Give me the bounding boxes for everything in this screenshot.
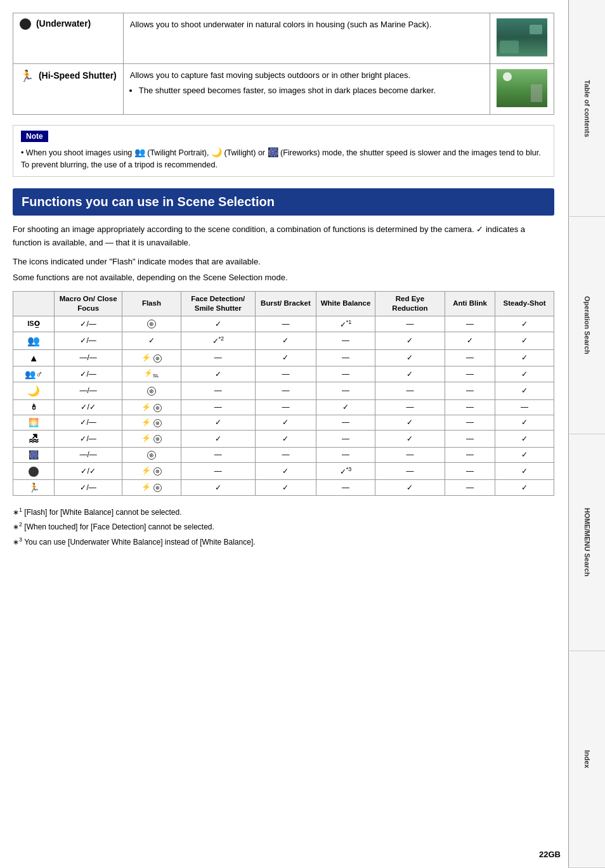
row-steady: ✓ [495,382,554,399]
row-wb: ✓ [316,399,375,415]
th-wb: White Balance [316,291,375,316]
row-macro: ✓/— [55,479,122,495]
row-icon-beach: 🏖 [13,430,55,447]
row-steady: — [495,399,554,415]
row-wb: — [316,349,375,366]
row-wb: — [316,479,375,495]
table-row: 🌅 ✓/— ⚡ ⊛ ✓ ✓ — ✓ — ✓ [13,415,554,430]
underwater-small-icon [29,467,39,477]
row-burst: — [255,366,316,382]
flash-circle2: ⊛ [147,387,156,396]
row-redeye: ✓ [375,415,445,430]
table-row: (Underwater) Allows you to shoot underwa… [13,13,554,64]
functions-table: Macro On/ Close Focus Flash Face Detecti… [13,291,554,496]
row-burst: ✓ [255,332,316,349]
th-flash: Flash [122,291,181,316]
th-anti: Anti Blink [445,291,495,316]
row-wb: — [316,382,375,399]
table-header-row: Macro On/ Close Focus Flash Face Detecti… [13,291,554,316]
row-face: — [181,349,255,366]
flash-circle6: ⊛ [147,451,156,460]
row-flash: ⚡ ⊛ [122,462,181,479]
intro-para-1: For shooting an image appropriately acco… [13,223,554,250]
row-anti: — [445,447,495,462]
flash-circle4: ⊛ [153,419,162,427]
hispeed-bullets: The shutter speed becomes faster, so ima… [130,84,483,97]
row-steady: ✓ [495,447,554,462]
row-icon-underwater [13,462,55,479]
row-flash: ⚡ ⊛ [122,415,181,430]
tab-index[interactable]: Index [568,651,605,868]
footnote-3: ∗3 You can use [Underwater White Balance… [13,534,554,550]
note-label: Note [21,131,48,142]
row-flash: ⚡SL [122,366,181,382]
table-row: 🏃 ✓/— ⚡ ⊛ ✓ ✓ — ✓ — ✓ [13,479,554,495]
table-row: 👥♂ ✓/— ⚡SL ✓ — — ✓ — ✓ [13,366,554,382]
row-icon-portrait2: 👥♂ [13,366,55,382]
row-anti: — [445,382,495,399]
row-flash: ✓ [122,332,181,349]
row-face: ✓ [181,316,255,332]
flash-circle8: ⊛ [153,484,162,492]
row-face: — [181,462,255,479]
row-macro: ✓/— [55,366,122,382]
row-face: ✓ [181,415,255,430]
row-burst: ✓ [255,462,316,479]
row-anti: — [445,479,495,495]
row-icon-sunrise: 🌅 [13,415,55,430]
row-macro: ✓/— [55,415,122,430]
row-redeye: — [375,462,445,479]
row-steady: ✓ [495,415,554,430]
row-macro: ✓/— [55,332,122,349]
hispeed-desc: Allows you to capture fast moving subjec… [123,64,490,115]
footnotes: ∗1 [Flash] for [White Balance] cannot be… [13,505,554,550]
hispeed-image [490,64,554,115]
underwater-icon-cell: (Underwater) [13,13,124,64]
bullet-item: The shutter speed becomes faster, so ima… [139,84,483,97]
hispeed-icon-cell: 🏃 (Hi-Speed Shutter) [13,64,124,115]
row-anti: — [445,462,495,479]
twilight-icon: 🌙 [211,147,222,157]
page-number: 22GB [539,850,561,859]
row-macro: ✓/✓ [55,462,122,479]
row-anti: — [445,349,495,366]
row-steady: ✓ [495,366,554,382]
th-burst: Burst/ Bracket [255,291,316,316]
table-row: 🏃 (Hi-Speed Shutter) Allows you to captu… [13,64,554,115]
row-anti: — [445,415,495,430]
twilight-portrait-icon: 👥 [134,147,145,157]
row-burst: ✓ [255,479,316,495]
note-box: Note • When you shoot images using 👥 (Tw… [13,125,554,177]
row-anti: — [445,399,495,415]
flash-circle7: ⊛ [153,467,162,476]
row-redeye: ✓ [375,332,445,349]
tab-operation-search[interactable]: Operation Search [568,217,605,434]
underwater-icon [20,18,31,30]
footnote-1: ∗1 [Flash] for [White Balance] cannot be… [13,505,554,520]
tab-table-of-contents[interactable]: Table of contents [568,0,605,217]
table-row: ISO̲ ✓/— ⊛ ✓ — ✓*1 — — ✓ [13,316,554,332]
section-heading: Functions you can use in Scene Selection [13,188,554,216]
row-redeye: — [375,316,445,332]
tab-home-menu-search[interactable]: HOME/MENU Search [568,434,605,651]
underwater-label: (Underwater) [36,18,91,29]
row-wb: — [316,366,375,382]
tab-home-label: HOME/MENU Search [583,508,591,576]
row-burst: — [255,399,316,415]
table-row: 👥 ✓/— ✓ ✓*2 ✓ — ✓ ✓ ✓ [13,332,554,349]
th-redeye: Red Eye Reduction [375,291,445,316]
underwater-desc: Allows you to shoot underwater in natura… [123,13,490,64]
row-redeye: — [375,382,445,399]
row-wb: — [316,332,375,349]
row-flash: ⚡ ⊛ [122,479,181,495]
row-face: ✓ [181,479,255,495]
row-steady: ✓ [495,332,554,349]
row-flash: ⊛ [122,382,181,399]
row-icon-fireworks: 🎆 [13,447,55,462]
th-steady: Steady-Shot [495,291,554,316]
row-macro: —/— [55,349,122,366]
row-redeye: ✓ [375,349,445,366]
row-burst: — [255,447,316,462]
table-row: 🕯 ✓/✓ ⚡ ⊛ — — ✓ — — — [13,399,554,415]
row-wb: — [316,415,375,430]
